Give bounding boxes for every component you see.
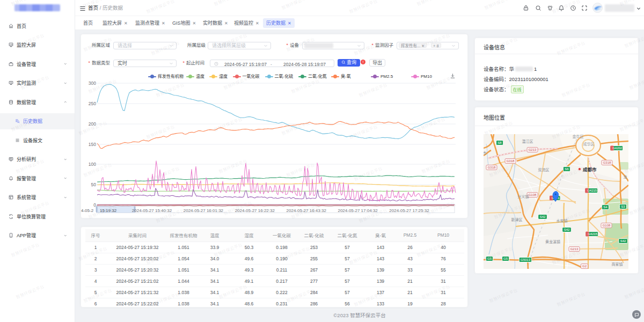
svg-text:250: 250 [89, 101, 96, 106]
svg-text:智慧环保云平台: 智慧环保云平台 [488, 288, 518, 304]
svg-text:G5: G5 [503, 257, 508, 260]
svg-text:200: 200 [89, 121, 96, 127]
svg-text:G5013: G5013 [521, 258, 531, 261]
svg-text:温江区: 温江区 [522, 139, 533, 144]
svg-text:G5: G5 [487, 257, 492, 260]
svg-text:成华区: 成华区 [583, 142, 595, 147]
svg-text:2024-05-27 17:25:32: 2024-05-27 17:25:32 [389, 208, 429, 213]
svg-text:G213: G213 [529, 148, 537, 151]
svg-text:G108: G108 [529, 193, 537, 196]
svg-text:G4215: G4215 [587, 189, 597, 192]
svg-text:龙: 龙 [624, 174, 627, 179]
svg-text:S4: S4 [603, 206, 608, 209]
svg-text:2024-05-27 16:22:32: 2024-05-27 16:22:32 [235, 208, 275, 213]
svg-text:50: 50 [91, 182, 97, 187]
svg-text:S42: S42 [620, 239, 626, 243]
svg-text:G318: G318 [603, 161, 611, 164]
svg-text:黄龙溪镇: 黄龙溪镇 [545, 239, 560, 244]
svg-text:S8: S8 [497, 141, 502, 144]
svg-text:G4202: G4202 [612, 147, 623, 150]
svg-text:双流区: 双流区 [538, 167, 550, 172]
svg-text:新津区: 新津区 [511, 217, 523, 222]
svg-text:2024-05-27 16:01:32: 2024-05-27 16:01:32 [184, 208, 224, 213]
svg-text:G4215: G4215 [588, 232, 598, 236]
svg-text:金牛区: 金牛区 [573, 134, 584, 139]
svg-text:150: 150 [89, 142, 96, 147]
svg-text:S42: S42 [564, 228, 570, 231]
svg-text:水安镇: 水安镇 [557, 218, 568, 223]
svg-text:智慧环保云平台: 智慧环保云平台 [624, 284, 644, 300]
svg-text:S6: S6 [565, 167, 569, 171]
svg-text:市: 市 [484, 151, 487, 156]
svg-text:G213: G213 [570, 247, 579, 251]
svg-text:100: 100 [89, 162, 96, 167]
svg-text:4-05-2: 4-05-2 [81, 208, 94, 213]
svg-text:G108: G108 [603, 224, 611, 227]
svg-text:G2: G2 [582, 265, 587, 268]
svg-text:G318: G318 [507, 159, 515, 163]
svg-text:300: 300 [89, 80, 96, 86]
svg-text:2024-05-27 17:04:32: 2024-05-27 17:04:32 [338, 208, 378, 213]
svg-text:S3: S3 [621, 205, 625, 208]
svg-text:15:19:32: 15:19:32 [100, 208, 117, 213]
svg-text:S42: S42 [540, 215, 546, 218]
svg-text:兴义镇: 兴义镇 [518, 194, 529, 199]
svg-text:2024-05-27 16:43:32: 2024-05-27 16:43:32 [287, 208, 327, 213]
svg-text:2024-05-27 15:40:32: 2024-05-27 15:40:32 [132, 208, 172, 213]
svg-text:G318: G318 [488, 166, 496, 169]
svg-text:智慧环保云平台: 智慧环保云平台 [556, 291, 586, 308]
svg-text:商家镇: 商家镇 [612, 262, 623, 267]
svg-text:0: 0 [93, 202, 96, 208]
svg-text:成都市: 成都市 [583, 167, 597, 172]
